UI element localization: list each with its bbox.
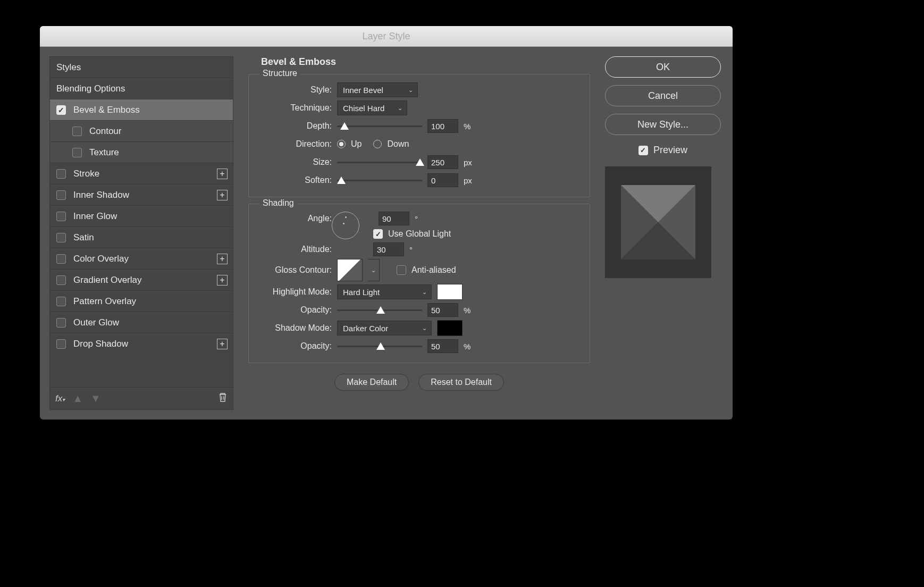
depth-unit: % (464, 122, 471, 131)
angle-input[interactable] (379, 212, 409, 225)
size-unit: px (464, 158, 472, 167)
add-effect-icon[interactable]: + (217, 275, 228, 286)
fx-menu-icon[interactable]: fx▾ (55, 393, 65, 404)
shadow-opacity-unit: % (464, 342, 471, 351)
settings-panel: Bevel & Emboss Structure Style: Inner Be… (248, 56, 590, 410)
preview-thumbnail (605, 166, 711, 278)
antialiased-checkbox[interactable] (397, 265, 406, 275)
depth-slider[interactable] (337, 121, 422, 131)
soften-input[interactable] (427, 173, 458, 187)
global-light-checkbox[interactable] (373, 229, 383, 239)
technique-label: Technique: (257, 103, 332, 113)
sidebar-item-color-overlay[interactable]: Color Overlay + (50, 248, 233, 270)
sidebar-item-label: Texture (89, 147, 119, 158)
direction-up-radio[interactable] (337, 140, 346, 148)
new-style-button[interactable]: New Style... (605, 114, 721, 135)
checkbox-icon[interactable] (72, 148, 82, 157)
trash-icon[interactable] (218, 392, 228, 405)
preview-label: Preview (653, 145, 687, 156)
sidebar-item-label: Gradient Overlay (73, 275, 142, 286)
ok-button[interactable]: OK (605, 56, 721, 78)
checkbox-icon[interactable] (72, 127, 82, 136)
sidebar-item-inner-shadow[interactable]: Inner Shadow + (50, 185, 233, 206)
checkbox-icon[interactable] (56, 275, 66, 285)
altitude-label: Altitude: (257, 245, 332, 254)
titlebar: Layer Style (40, 26, 733, 47)
size-slider[interactable] (337, 157, 422, 167)
shadow-opacity-input[interactable] (427, 339, 458, 353)
shadow-color-swatch[interactable] (437, 320, 463, 336)
highlight-mode-select[interactable]: Hard Light⌄ (337, 284, 432, 299)
sidebar-item-gradient-overlay[interactable]: Gradient Overlay + (50, 270, 233, 291)
sidebar-item-drop-shadow[interactable]: Drop Shadow + (50, 333, 233, 355)
sidebar-item-label: Satin (73, 232, 94, 243)
technique-select[interactable]: Chisel Hard⌄ (337, 100, 407, 115)
shadow-mode-label: Shadow Mode: (257, 323, 332, 333)
add-effect-icon[interactable]: + (217, 190, 228, 200)
chevron-down-icon: ⌄ (398, 105, 402, 112)
size-input[interactable] (427, 155, 458, 169)
highlight-opacity-input[interactable] (427, 303, 458, 317)
checkbox-icon[interactable] (56, 212, 66, 221)
highlight-opacity-slider[interactable] (337, 305, 422, 315)
altitude-unit: ° (409, 245, 413, 254)
style-select[interactable]: Inner Bevel⌄ (337, 82, 418, 97)
sidebar-item-label: Outer Glow (73, 317, 119, 328)
group-legend: Shading (259, 198, 297, 208)
layer-style-dialog: Layer Style Styles Blending Options Beve… (40, 26, 733, 420)
sidebar-item-outer-glow[interactable]: Outer Glow (50, 312, 233, 333)
sidebar-item-texture[interactable]: Texture (50, 142, 233, 163)
shadow-opacity-label: Opacity: (257, 341, 332, 351)
direction-up-label: Up (351, 139, 362, 149)
add-effect-icon[interactable]: + (217, 254, 228, 264)
add-effect-icon[interactable]: + (217, 169, 228, 179)
direction-down-radio[interactable] (373, 140, 382, 148)
sidebar-footer: fx▾ ▲ ▼ (49, 388, 233, 410)
angle-control[interactable] (332, 212, 359, 239)
move-down-icon[interactable]: ▼ (90, 392, 101, 405)
sidebar-item-label: Styles (56, 62, 81, 73)
checkbox-icon[interactable] (56, 254, 66, 264)
sidebar-item-blending-options[interactable]: Blending Options (50, 78, 233, 99)
angle-unit: ° (415, 214, 418, 223)
checkbox-icon[interactable] (56, 190, 66, 200)
sidebar-item-label: Drop Shadow (73, 339, 128, 349)
gloss-contour-picker[interactable] (337, 259, 363, 281)
sidebar-item-contour[interactable]: Contour (50, 121, 233, 142)
make-default-button[interactable]: Make Default (334, 374, 409, 391)
add-effect-icon[interactable]: + (217, 339, 228, 349)
checkbox-icon[interactable] (56, 233, 66, 242)
checkbox-icon[interactable] (56, 169, 66, 179)
checkbox-icon[interactable] (56, 105, 66, 115)
chevron-down-icon: ⌄ (422, 325, 427, 332)
panel-title: Bevel & Emboss (248, 56, 590, 68)
soften-slider[interactable] (337, 175, 422, 186)
sidebar-item-satin[interactable]: Satin (50, 227, 233, 248)
reset-default-button[interactable]: Reset to Default (418, 374, 504, 391)
highlight-opacity-label: Opacity: (257, 305, 332, 315)
sidebar-item-styles[interactable]: Styles (50, 57, 233, 78)
sidebar-item-stroke[interactable]: Stroke + (50, 163, 233, 185)
shadow-opacity-slider[interactable] (337, 341, 422, 351)
move-up-icon[interactable]: ▲ (72, 392, 83, 405)
depth-input[interactable] (427, 119, 458, 133)
sidebar-item-label: Color Overlay (73, 254, 129, 264)
sidebar-item-inner-glow[interactable]: Inner Glow (50, 206, 233, 227)
preview-checkbox[interactable] (639, 146, 648, 155)
direction-label: Direction: (257, 139, 332, 149)
altitude-input[interactable] (373, 242, 404, 256)
sidebar-item-bevel-emboss[interactable]: Bevel & Emboss (50, 99, 233, 121)
checkbox-icon[interactable] (56, 318, 66, 328)
direction-down-label: Down (387, 139, 409, 149)
gloss-contour-dropdown[interactable]: ⌄ (368, 259, 380, 281)
cancel-button[interactable]: Cancel (605, 85, 721, 106)
sidebar-item-pattern-overlay[interactable]: Pattern Overlay (50, 291, 233, 312)
highlight-mode-label: Highlight Mode: (257, 287, 332, 297)
checkbox-icon[interactable] (56, 339, 66, 349)
highlight-color-swatch[interactable] (437, 284, 463, 300)
sidebar-item-label: Inner Shadow (73, 190, 129, 200)
shadow-mode-select[interactable]: Darker Color⌄ (337, 321, 432, 336)
depth-label: Depth: (257, 121, 332, 131)
sidebar-item-label: Contour (89, 126, 121, 137)
checkbox-icon[interactable] (56, 297, 66, 306)
